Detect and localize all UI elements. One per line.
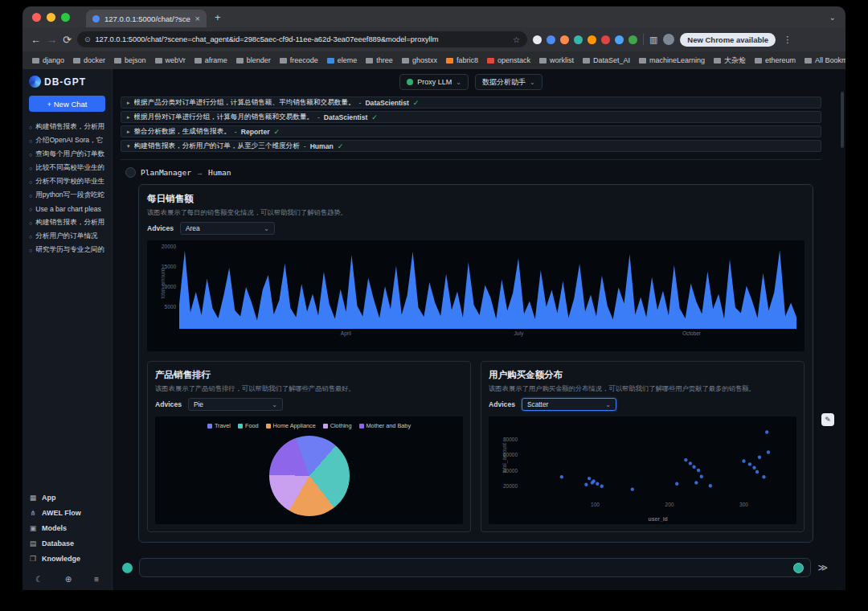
bookmark[interactable]: worklist	[539, 56, 574, 64]
sidebar-nav-icon: ▦	[29, 494, 37, 502]
bookmark[interactable]: bejson	[114, 56, 146, 64]
bookmark[interactable]: three	[366, 56, 393, 64]
expand-arrow-icon[interactable]: ▸	[127, 129, 130, 135]
bookmark[interactable]: openstack	[487, 56, 530, 64]
new-tab-button[interactable]: +	[215, 11, 221, 23]
sidebar-footer-icon[interactable]: ≡	[94, 575, 99, 584]
profile-avatar[interactable]	[663, 34, 674, 45]
task-row[interactable]: ▸ 整合分析数据，生成销售报表。 - Reporter ✓	[121, 125, 821, 137]
bookmark-star-icon[interactable]: ☆	[513, 35, 520, 44]
bookmark[interactable]: django	[32, 56, 64, 64]
expand-arrow-icon[interactable]: ▾	[127, 143, 130, 150]
chat-history-item[interactable]: ○ 用python写一段贪吃蛇	[29, 190, 105, 201]
bookmark[interactable]: eleme	[327, 56, 358, 64]
sidebar-footer-icon[interactable]: ⊕	[65, 575, 72, 584]
browser-menu-icon[interactable]: ⋮	[783, 35, 792, 45]
chat-history-item[interactable]: ○ 比较不同高校毕业生的	[29, 162, 105, 174]
minimize-window-button[interactable]	[47, 13, 55, 22]
scene-select[interactable]: 数据分析助手 ⌄	[475, 74, 542, 90]
legend-item[interactable]: Food	[238, 422, 259, 429]
arrow-right-icon: →	[196, 169, 203, 177]
zoom-window-button[interactable]	[61, 13, 70, 22]
reload-button[interactable]: ⟳	[63, 34, 72, 46]
sidebar-footer-icon[interactable]: ☾	[35, 575, 43, 584]
sidebar-nav-item[interactable]: ⋔ AWEL Flow	[29, 507, 105, 518]
bookmark[interactable]: machineLearning	[639, 56, 705, 64]
extension-icon[interactable]	[628, 35, 637, 44]
chat-history-item[interactable]: ○ 研究学历与专业之间的	[29, 244, 105, 256]
scatter-advice-select[interactable]: Scatter ⌄	[522, 398, 616, 411]
extension-icon[interactable]	[560, 35, 569, 44]
sidebar-nav-item[interactable]: ▦ App	[29, 492, 105, 502]
pie-advice-select[interactable]: Pie ⌄	[188, 398, 283, 411]
chrome-update-button[interactable]: New Chrome available	[680, 33, 776, 47]
tab-search-caret-icon[interactable]: ⌄	[829, 13, 836, 22]
expand-arrow-icon[interactable]: ▸	[127, 100, 130, 106]
bookmark[interactable]: fabric8	[446, 56, 478, 64]
chat-history-item[interactable]: ○ 构建销售报表，分析用	[29, 217, 105, 228]
bookmark[interactable]: blender	[236, 56, 271, 64]
task-row[interactable]: ▾ 构建销售报表，分析用户的订单，从至少三个维度分析 - Human ✓	[121, 140, 821, 152]
chat-history-item[interactable]: ○ 介绍OpenAI Sora，它	[29, 135, 105, 146]
extension-icon[interactable]	[601, 35, 610, 44]
send-button[interactable]: ≫	[817, 562, 828, 573]
advice-value: Area	[186, 224, 264, 232]
bookmark[interactable]: ghostxx	[402, 56, 437, 64]
legend-item[interactable]: Clothing	[323, 422, 352, 429]
y-tick-label: 20000	[162, 244, 176, 249]
chat-bubble-icon: ○	[29, 234, 32, 240]
area-advice-select[interactable]: Area ⌄	[180, 222, 275, 235]
browser-tab[interactable]: 127.0.0.1:5000/chat/?scene... ×	[86, 10, 207, 27]
all-bookmarks-button[interactable]: All Bookmarks	[805, 56, 845, 64]
legend-item[interactable]: Mother and Baby	[359, 422, 411, 429]
extension-icon[interactable]	[588, 35, 596, 44]
scrollbar-thumb[interactable]	[841, 92, 844, 148]
site-info-icon[interactable]: ⊙	[84, 35, 91, 43]
check-icon: ✓	[274, 128, 280, 136]
chat-history-item[interactable]: ○ 分析不同学校的毕业生	[29, 176, 105, 187]
extension-icon[interactable]	[547, 35, 555, 44]
tab-favicon	[92, 15, 100, 23]
chat-history-item[interactable]: ○ 分析用户的订单情况	[29, 231, 105, 242]
voice-input-icon[interactable]	[793, 563, 804, 573]
chat-history-item[interactable]: ○ 构建销售报表，分析用	[29, 121, 105, 133]
sidebar-nav-item[interactable]: ▣ Models	[29, 523, 105, 533]
extension-icon[interactable]	[533, 35, 542, 44]
bookmark[interactable]: freecode	[280, 56, 318, 64]
legend-item[interactable]: Travel	[207, 422, 231, 429]
extension-icon[interactable]	[574, 35, 583, 44]
task-row[interactable]: ▸ 根据月份对订单进行分组，计算每月的销售额和交易数量。 - DataScien…	[121, 111, 821, 123]
advices-row: Advices Scatter ⌄	[489, 398, 796, 411]
chevron-down-icon: ⌄	[605, 401, 611, 408]
bookmark[interactable]: webVr	[155, 56, 186, 64]
bookmark[interactable]: DataSet_AI	[583, 56, 630, 64]
forward-button[interactable]: →	[47, 34, 57, 46]
address-bar[interactable]: ⊙ 127.0.0.1:5000/chat/?scene=chat_agent&…	[77, 31, 527, 47]
new-chat-button[interactable]: + New Chat	[29, 96, 105, 112]
back-button[interactable]: ←	[31, 34, 41, 46]
bookmark-label: freecode	[290, 56, 318, 64]
sidebar-nav-item[interactable]: ❐ Knowledge	[29, 553, 105, 564]
expand-arrow-icon[interactable]: ▸	[127, 114, 130, 121]
x-axis-ticks: 100200300	[521, 502, 788, 509]
message-input[interactable]	[139, 558, 811, 577]
side-panel-icon[interactable]: ▥	[649, 35, 657, 45]
close-window-button[interactable]	[32, 13, 41, 22]
chat-history-item[interactable]: ○ 查询每个用户的订单数	[29, 149, 105, 160]
bookmark[interactable]: docker	[73, 56, 105, 64]
extension-icon[interactable]	[615, 35, 624, 44]
sidebar-nav-item[interactable]: ▤ Database	[29, 538, 105, 548]
scatter-chart-svg	[521, 423, 788, 500]
task-separator: -	[304, 142, 306, 150]
feedback-edit-button[interactable]: ✎	[821, 413, 834, 426]
tab-close-icon[interactable]: ×	[195, 14, 200, 23]
legend-item[interactable]: Home Appliance	[266, 422, 316, 429]
bookmark-label: ghostxx	[412, 56, 437, 64]
bookmark[interactable]: aframe	[194, 56, 227, 64]
y-tick-label: 20000	[503, 483, 518, 489]
bookmark[interactable]: 大杂烩	[714, 55, 746, 66]
bookmark[interactable]: ethereum	[755, 56, 796, 64]
task-row[interactable]: ▸ 根据产品分类对订单进行分组，计算总销售额、平均销售额和交易数量。 - Dat…	[121, 96, 821, 109]
chat-history-item[interactable]: ○ Use a bar chart pleas	[29, 203, 105, 215]
model-select[interactable]: Proxy LLM ⌄	[399, 74, 469, 90]
